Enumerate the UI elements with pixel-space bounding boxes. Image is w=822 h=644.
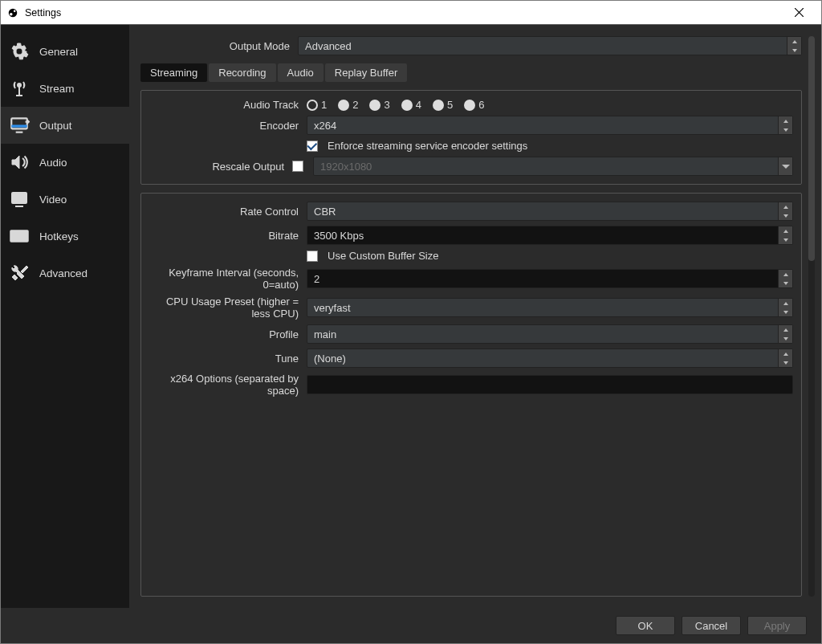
- custom-buffer-checkbox[interactable]: [307, 251, 318, 262]
- keyframe-input[interactable]: 2: [307, 269, 793, 288]
- sidebar-item-label: Stream: [39, 83, 75, 95]
- monitor-icon: [9, 189, 30, 210]
- cpu-preset-select[interactable]: veryfast: [307, 298, 793, 317]
- window-title: Settings: [25, 7, 61, 18]
- apply-button[interactable]: Apply: [747, 616, 807, 635]
- tab-replay-buffer[interactable]: Replay Buffer: [325, 63, 408, 82]
- cpu-preset-label: CPU Usage Preset (higher = less CPU): [149, 296, 302, 320]
- sidebar-item-label: Video: [39, 194, 67, 206]
- audio-track-2-radio[interactable]: [338, 100, 349, 111]
- speaker-icon: [9, 152, 30, 173]
- sidebar-item-hotkeys[interactable]: Hotkeys: [1, 218, 129, 255]
- custom-buffer-label: Use Custom Buffer Size: [328, 250, 438, 262]
- sidebar-item-general[interactable]: General: [1, 33, 129, 70]
- encoder-label: Encoder: [149, 120, 302, 132]
- audio-track-5-radio[interactable]: [433, 100, 444, 111]
- rate-control-label: Rate Control: [149, 206, 302, 218]
- sidebar-item-label: Advanced: [39, 267, 87, 279]
- sidebar-item-label: General: [39, 46, 78, 58]
- footer: OK Cancel Apply: [1, 608, 821, 643]
- bitrate-input[interactable]: 3500 Kbps: [307, 226, 793, 245]
- enforce-label: Enforce streaming service encoder settin…: [328, 140, 527, 152]
- scrollbar[interactable]: [808, 36, 815, 597]
- tune-label: Tune: [149, 353, 302, 365]
- encoder-group: Rate Control CBR Bitrate 3500 Kbps: [140, 193, 802, 597]
- app-icon: [7, 7, 18, 18]
- sidebar-item-label: Hotkeys: [39, 230, 79, 243]
- sidebar-item-audio[interactable]: Audio: [1, 144, 129, 181]
- svg-rect-11: [12, 193, 26, 203]
- bitrate-label: Bitrate: [149, 230, 302, 242]
- antenna-icon: [9, 78, 30, 99]
- enforce-checkbox[interactable]: [307, 141, 318, 152]
- sidebar: General Stream Output: [1, 25, 129, 608]
- x264-options-label: x264 Options (separated by space): [149, 373, 302, 397]
- output-tabs: Streaming Recording Audio Replay Buffer: [140, 63, 802, 82]
- tune-select[interactable]: (None): [307, 348, 793, 368]
- settings-window: Settings General Stream: [0, 0, 822, 644]
- sidebar-item-output[interactable]: Output: [1, 107, 129, 144]
- output-mode-row: Output Mode Advanced: [140, 36, 802, 55]
- profile-select[interactable]: main: [307, 324, 793, 344]
- rate-control-select[interactable]: CBR: [307, 202, 793, 221]
- body: General Stream Output: [1, 25, 821, 643]
- tab-streaming[interactable]: Streaming: [140, 63, 207, 82]
- svg-point-0: [9, 8, 18, 17]
- close-button[interactable]: [783, 2, 815, 24]
- sidebar-item-video[interactable]: Video: [1, 181, 129, 218]
- audio-track-3-radio[interactable]: [369, 100, 380, 111]
- gear-icon: [9, 41, 30, 62]
- output-icon: [9, 115, 30, 136]
- sidebar-item-advanced[interactable]: Advanced: [1, 255, 129, 291]
- content: General Stream Output: [1, 25, 821, 608]
- svg-point-5: [18, 84, 21, 87]
- sidebar-item-stream[interactable]: Stream: [1, 70, 129, 107]
- tools-icon: [9, 263, 30, 283]
- sidebar-item-label: Audio: [39, 157, 67, 169]
- cancel-button[interactable]: Cancel: [682, 616, 741, 635]
- audio-track-1-radio[interactable]: [307, 100, 318, 111]
- output-mode-label: Output Mode: [140, 40, 293, 52]
- x264-options-input[interactable]: [307, 375, 793, 394]
- titlebar: Settings: [1, 1, 821, 25]
- rescale-checkbox[interactable]: [292, 161, 303, 172]
- audio-track-label: Audio Track: [149, 99, 302, 111]
- ok-button[interactable]: OK: [616, 616, 675, 635]
- streaming-top-group: Audio Track 1 2 3 4 5 6 Encoder: [140, 90, 802, 185]
- svg-point-2: [10, 13, 13, 16]
- scroll-thumb[interactable]: [808, 36, 815, 261]
- sidebar-item-label: Output: [39, 120, 72, 132]
- output-mode-select[interactable]: Advanced: [298, 36, 802, 55]
- profile-label: Profile: [149, 328, 302, 340]
- tab-audio[interactable]: Audio: [278, 63, 324, 82]
- rescale-label: Rescale Output: [149, 161, 287, 173]
- audio-track-4-radio[interactable]: [401, 100, 413, 111]
- tab-recording[interactable]: Recording: [209, 63, 275, 82]
- keyboard-icon: [9, 226, 30, 247]
- rescale-select[interactable]: 1920x1080: [313, 157, 793, 176]
- keyframe-label: Keyframe Interval (seconds, 0=auto): [149, 267, 302, 291]
- close-icon: [795, 8, 804, 17]
- main-pane: Output Mode Advanced Streaming Recording…: [129, 25, 821, 608]
- audio-track-6-radio[interactable]: [464, 100, 475, 111]
- svg-point-1: [14, 10, 16, 12]
- encoder-select[interactable]: x264: [307, 116, 793, 135]
